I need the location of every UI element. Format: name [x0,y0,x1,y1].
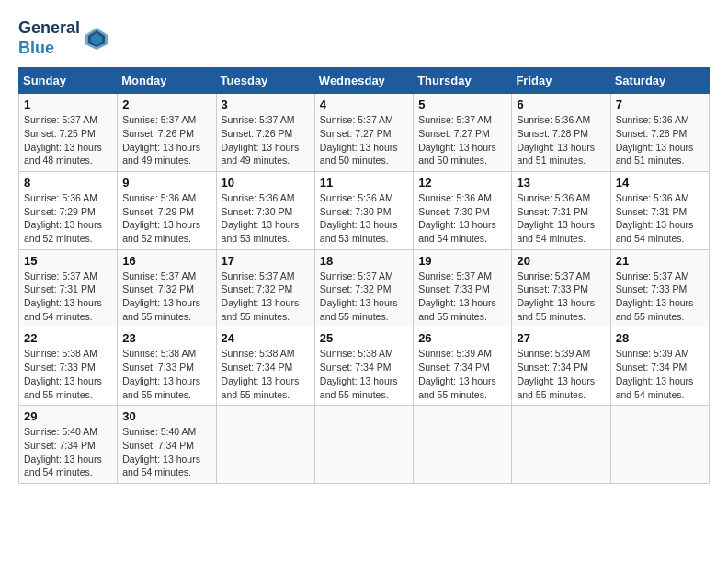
calendar-cell: 8 Sunrise: 5:36 AMSunset: 7:29 PMDayligh… [19,171,118,249]
day-number: 11 [320,176,408,190]
cell-info: Sunrise: 5:36 AMSunset: 7:28 PMDaylight:… [616,114,694,166]
cell-info: Sunrise: 5:39 AMSunset: 7:34 PMDaylight:… [616,348,694,399]
cell-info: Sunrise: 5:37 AMSunset: 7:25 PMDaylight:… [24,114,102,166]
calendar-cell: 9 Sunrise: 5:36 AMSunset: 7:29 PMDayligh… [118,171,216,249]
calendar-cell [610,406,709,484]
calendar-cell: 5 Sunrise: 5:37 AMSunset: 7:27 PMDayligh… [414,94,512,172]
day-number: 13 [517,176,605,190]
logo-icon [84,26,109,52]
calendar-week-row: 29 Sunrise: 5:40 AMSunset: 7:34 PMDaylig… [19,406,710,484]
day-number: 1 [24,98,112,111]
day-header-thursday: Thursday [414,68,512,94]
day-number: 21 [616,254,704,268]
calendar-cell: 20 Sunrise: 5:37 AMSunset: 7:33 PMDaylig… [512,249,610,327]
cell-info: Sunrise: 5:36 AMSunset: 7:30 PMDaylight:… [320,192,398,244]
day-number: 15 [24,254,112,268]
cell-info: Sunrise: 5:37 AMSunset: 7:33 PMDaylight:… [616,270,694,322]
calendar-cell: 4 Sunrise: 5:37 AMSunset: 7:27 PMDayligh… [314,94,413,172]
day-header-wednesday: Wednesday [314,68,413,94]
cell-info: Sunrise: 5:40 AMSunset: 7:34 PMDaylight:… [24,426,102,477]
cell-info: Sunrise: 5:38 AMSunset: 7:34 PMDaylight:… [222,348,300,399]
day-number: 20 [517,254,605,268]
calendar-cell: 1 Sunrise: 5:37 AMSunset: 7:25 PMDayligh… [19,94,118,172]
day-number: 3 [222,98,310,111]
day-header-saturday: Saturday [610,68,709,94]
day-number: 18 [320,254,408,268]
calendar-cell: 7 Sunrise: 5:36 AMSunset: 7:28 PMDayligh… [610,94,709,172]
cell-info: Sunrise: 5:36 AMSunset: 7:29 PMDaylight:… [122,192,200,244]
calendar-cell: 12 Sunrise: 5:36 AMSunset: 7:30 PMDaylig… [414,171,512,249]
calendar-cell: 22 Sunrise: 5:38 AMSunset: 7:33 PMDaylig… [19,327,118,406]
calendar-cell: 21 Sunrise: 5:37 AMSunset: 7:33 PMDaylig… [610,249,709,327]
calendar-cell [414,406,512,484]
day-number: 22 [24,331,112,345]
calendar-week-row: 8 Sunrise: 5:36 AMSunset: 7:29 PMDayligh… [19,171,710,249]
cell-info: Sunrise: 5:37 AMSunset: 7:33 PMDaylight:… [418,270,496,322]
day-number: 24 [222,331,310,345]
calendar-cell: 11 Sunrise: 5:36 AMSunset: 7:30 PMDaylig… [314,171,413,249]
day-header-monday: Monday [118,68,216,94]
cell-info: Sunrise: 5:39 AMSunset: 7:34 PMDaylight:… [418,348,496,399]
calendar-table: SundayMondayTuesdayWednesdayThursdayFrid… [18,67,710,484]
day-number: 26 [418,331,506,345]
calendar-cell: 25 Sunrise: 5:38 AMSunset: 7:34 PMDaylig… [314,327,413,406]
calendar-cell: 3 Sunrise: 5:37 AMSunset: 7:26 PMDayligh… [216,94,314,172]
day-number: 12 [418,176,506,190]
day-header-friday: Friday [512,68,610,94]
calendar-cell: 2 Sunrise: 5:37 AMSunset: 7:26 PMDayligh… [118,94,216,172]
day-number: 17 [222,254,310,268]
calendar-cell [216,406,314,484]
cell-info: Sunrise: 5:37 AMSunset: 7:32 PMDaylight:… [320,270,398,322]
day-number: 29 [24,409,112,423]
calendar-week-row: 15 Sunrise: 5:37 AMSunset: 7:31 PMDaylig… [19,249,710,327]
calendar-cell: 23 Sunrise: 5:38 AMSunset: 7:33 PMDaylig… [118,327,216,406]
cell-info: Sunrise: 5:37 AMSunset: 7:31 PMDaylight:… [24,270,102,322]
calendar-week-row: 1 Sunrise: 5:37 AMSunset: 7:25 PMDayligh… [19,94,710,172]
cell-info: Sunrise: 5:36 AMSunset: 7:31 PMDaylight:… [616,192,694,244]
day-number: 7 [616,98,704,111]
day-number: 14 [616,176,704,190]
calendar-cell: 10 Sunrise: 5:36 AMSunset: 7:30 PMDaylig… [216,171,314,249]
calendar-cell: 26 Sunrise: 5:39 AMSunset: 7:34 PMDaylig… [414,327,512,406]
calendar-week-row: 22 Sunrise: 5:38 AMSunset: 7:33 PMDaylig… [19,327,710,406]
cell-info: Sunrise: 5:38 AMSunset: 7:34 PMDaylight:… [320,348,398,399]
calendar-cell: 27 Sunrise: 5:39 AMSunset: 7:34 PMDaylig… [512,327,610,406]
cell-info: Sunrise: 5:38 AMSunset: 7:33 PMDaylight:… [24,348,102,399]
day-header-sunday: Sunday [19,68,118,94]
calendar-cell: 18 Sunrise: 5:37 AMSunset: 7:32 PMDaylig… [314,249,413,327]
logo: GeneralBlue [18,18,109,58]
cell-info: Sunrise: 5:36 AMSunset: 7:28 PMDaylight:… [517,114,595,166]
day-number: 6 [517,98,605,111]
cell-info: Sunrise: 5:38 AMSunset: 7:33 PMDaylight:… [122,348,200,399]
day-number: 19 [418,254,506,268]
day-number: 4 [320,98,408,111]
page-header: GeneralBlue [18,18,710,58]
calendar-cell: 30 Sunrise: 5:40 AMSunset: 7:34 PMDaylig… [118,406,216,484]
day-number: 23 [122,331,210,345]
cell-info: Sunrise: 5:37 AMSunset: 7:32 PMDaylight:… [122,270,200,322]
cell-info: Sunrise: 5:39 AMSunset: 7:34 PMDaylight:… [517,348,595,399]
calendar-cell: 19 Sunrise: 5:37 AMSunset: 7:33 PMDaylig… [414,249,512,327]
cell-info: Sunrise: 5:36 AMSunset: 7:30 PMDaylight:… [222,192,300,244]
day-number: 28 [616,331,704,345]
cell-info: Sunrise: 5:36 AMSunset: 7:29 PMDaylight:… [24,192,102,244]
cell-info: Sunrise: 5:40 AMSunset: 7:34 PMDaylight:… [122,426,200,477]
cell-info: Sunrise: 5:37 AMSunset: 7:27 PMDaylight:… [418,114,496,166]
cell-info: Sunrise: 5:37 AMSunset: 7:33 PMDaylight:… [517,270,595,322]
cell-info: Sunrise: 5:37 AMSunset: 7:32 PMDaylight:… [222,270,300,322]
cell-info: Sunrise: 5:36 AMSunset: 7:30 PMDaylight:… [418,192,496,244]
calendar-cell: 16 Sunrise: 5:37 AMSunset: 7:32 PMDaylig… [118,249,216,327]
calendar-cell: 15 Sunrise: 5:37 AMSunset: 7:31 PMDaylig… [19,249,118,327]
cell-info: Sunrise: 5:37 AMSunset: 7:26 PMDaylight:… [122,114,200,166]
cell-info: Sunrise: 5:36 AMSunset: 7:31 PMDaylight:… [517,192,595,244]
calendar-cell: 14 Sunrise: 5:36 AMSunset: 7:31 PMDaylig… [610,171,709,249]
day-number: 10 [222,176,310,190]
day-number: 25 [320,331,408,345]
calendar-cell [314,406,413,484]
calendar-cell: 29 Sunrise: 5:40 AMSunset: 7:34 PMDaylig… [19,406,118,484]
day-number: 30 [122,409,210,423]
day-number: 2 [122,98,210,111]
cell-info: Sunrise: 5:37 AMSunset: 7:26 PMDaylight:… [222,114,300,166]
calendar-cell: 24 Sunrise: 5:38 AMSunset: 7:34 PMDaylig… [216,327,314,406]
day-number: 27 [517,331,605,345]
